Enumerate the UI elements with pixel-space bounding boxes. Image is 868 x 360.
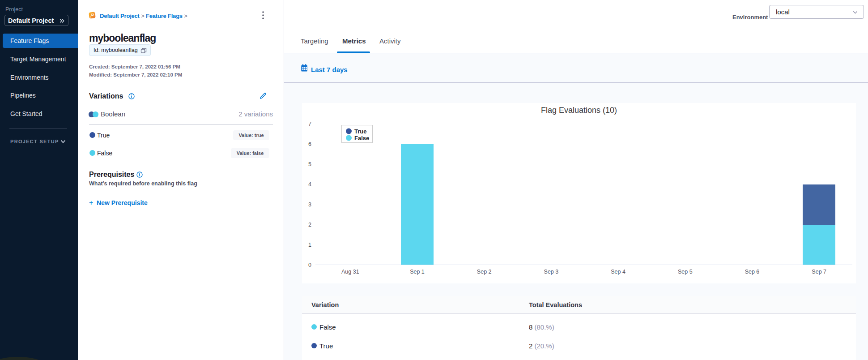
svg-text:2: 2 — [308, 222, 311, 228]
svg-text:Sep 3: Sep 3 — [544, 269, 559, 275]
svg-text:Aug 31: Aug 31 — [341, 269, 359, 275]
svg-text:Sep 4: Sep 4 — [611, 269, 625, 275]
svg-text:4: 4 — [308, 181, 311, 188]
svg-text:False: False — [354, 135, 369, 141]
svg-text:Sep 1: Sep 1 — [410, 269, 425, 275]
svg-text:Sep 7: Sep 7 — [812, 269, 826, 275]
svg-text:3: 3 — [308, 201, 311, 208]
svg-text:True: True — [354, 128, 366, 135]
svg-text:0: 0 — [308, 262, 311, 268]
svg-text:1: 1 — [308, 242, 311, 248]
svg-text:Sep 2: Sep 2 — [477, 269, 492, 275]
svg-text:Sep 6: Sep 6 — [745, 269, 760, 275]
svg-text:7: 7 — [308, 121, 311, 127]
svg-text:Flag Evaluations (10): Flag Evaluations (10) — [541, 106, 617, 115]
svg-text:5: 5 — [308, 161, 311, 167]
svg-text:6: 6 — [308, 141, 311, 147]
svg-text:Sep 5: Sep 5 — [678, 269, 693, 275]
